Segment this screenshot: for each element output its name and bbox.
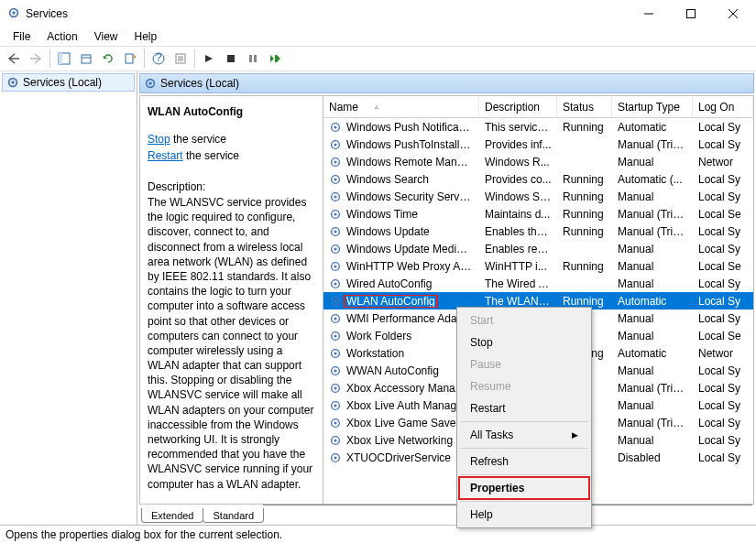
selected-service-name: WLAN AutoConfig — [148, 105, 315, 118]
cell-name: Wired AutoConfig — [323, 277, 479, 290]
ctx-stop[interactable]: Stop — [459, 331, 589, 353]
cell-startup: Manual (Trig... — [612, 225, 693, 238]
col-name[interactable]: Name▵ — [323, 96, 479, 117]
table-row[interactable]: Windows TimeMaintains d...RunningManual … — [323, 205, 753, 223]
menu-action[interactable]: Action — [39, 28, 84, 45]
cell-desc: The WLANS... — [479, 295, 557, 308]
cell-startup: Manual — [612, 330, 693, 342]
table-row[interactable]: Windows Update Medic Ser...Enables rem..… — [323, 240, 753, 257]
svg-point-24 — [148, 81, 152, 85]
table-row[interactable]: Windows Push Notification...This service… — [323, 118, 753, 136]
properties-button[interactable] — [170, 49, 191, 69]
svg-point-40 — [334, 247, 336, 250]
separator — [144, 49, 145, 68]
service-name: Windows Remote Manage... — [345, 156, 474, 168]
service-name: Workstation — [345, 347, 406, 360]
stop-link[interactable]: Stop — [148, 133, 170, 146]
svg-point-38 — [334, 230, 336, 233]
minimize-button[interactable] — [628, 0, 670, 27]
maximize-button[interactable] — [670, 0, 712, 27]
ctx-help[interactable]: Help — [459, 504, 589, 526]
show-hide-tree-button[interactable] — [54, 49, 74, 69]
gear-icon — [329, 260, 342, 273]
cell-startup: Manual — [612, 399, 693, 412]
restart-service-button[interactable] — [265, 49, 285, 69]
ctx-refresh[interactable]: Refresh — [459, 451, 589, 472]
tab-extended[interactable]: Extended — [141, 508, 203, 523]
cell-startup: Manual — [612, 260, 693, 273]
gear-icon — [329, 364, 342, 377]
cell-name: Windows Remote Manage... — [323, 156, 479, 168]
export-button[interactable] — [120, 49, 140, 69]
table-row[interactable]: Windows Remote Manage...Windows R...Manu… — [323, 153, 753, 170]
col-startup-type[interactable]: Startup Type — [612, 96, 693, 117]
cell-name: WinHTTP Web Proxy Auto-... — [323, 260, 479, 273]
cell-logon: Local Sy — [693, 277, 753, 290]
restart-link[interactable]: Restart — [148, 149, 183, 162]
forward-button[interactable] — [26, 49, 46, 69]
table-row[interactable]: Windows UpdateEnables the ...RunningManu… — [323, 223, 753, 240]
description-panel: WLAN AutoConfig Stop the service Restart… — [140, 96, 323, 504]
gear-icon — [329, 190, 342, 203]
ctx-all-tasks[interactable]: All Tasks▶ — [459, 424, 589, 446]
table-row[interactable]: Windows SearchProvides co...RunningAutom… — [323, 170, 753, 188]
col-description[interactable]: Description — [479, 96, 557, 117]
cell-name: Windows Search — [323, 173, 479, 186]
cell-desc: WinHTTP i... — [479, 260, 557, 273]
cell-logon: Local Sy — [693, 295, 753, 308]
svg-point-52 — [334, 352, 336, 354]
gear-icon — [329, 399, 342, 412]
separator — [460, 421, 588, 422]
cell-logon: Local Se — [693, 260, 753, 273]
column-headers: Name▵ Description Status Startup Type Lo… — [323, 96, 753, 118]
svg-point-48 — [334, 317, 336, 320]
col-log-on[interactable]: Log On — [693, 96, 753, 117]
menu-view[interactable]: View — [87, 28, 126, 45]
col-status[interactable]: Status — [557, 96, 612, 117]
cell-name: Windows Security Service — [323, 190, 479, 203]
cell-logon: Local Sy — [693, 364, 753, 377]
refresh-button[interactable] — [98, 49, 118, 69]
cell-desc: Windows R... — [479, 156, 557, 168]
svg-point-60 — [334, 421, 336, 424]
help-button[interactable]: ? — [148, 49, 169, 69]
cell-startup: Manual — [612, 277, 693, 290]
service-name: WLAN AutoConfig — [345, 295, 437, 308]
svg-point-32 — [334, 178, 336, 180]
back-button[interactable] — [4, 49, 24, 69]
export-list-button[interactable] — [76, 49, 96, 69]
table-row[interactable]: WinHTTP Web Proxy Auto-...WinHTTP i...Ru… — [323, 257, 753, 275]
cell-status: Running — [557, 208, 612, 221]
ctx-restart[interactable]: Restart — [459, 397, 589, 419]
cell-status: Running — [557, 295, 612, 308]
svg-point-36 — [334, 212, 336, 215]
cell-logon: Networ — [693, 347, 753, 360]
gear-icon — [329, 451, 342, 464]
tree-item-services-local[interactable]: Services (Local) — [2, 73, 135, 92]
gear-icon — [329, 138, 342, 151]
service-name: WWAN AutoConfig — [345, 364, 441, 377]
table-row[interactable]: Windows PushToInstall Serv...Provides in… — [323, 136, 753, 153]
table-row[interactable]: Wired AutoConfigThe Wired A...ManualLoca… — [323, 275, 753, 292]
ctx-start: Start — [459, 310, 589, 331]
gear-icon — [329, 434, 342, 447]
cell-logon: Local Sy — [693, 121, 753, 134]
svg-point-42 — [334, 265, 336, 267]
ctx-properties[interactable]: Properties — [459, 477, 589, 499]
gear-icon — [329, 347, 342, 360]
cell-logon: Local Sy — [693, 243, 753, 255]
menu-file[interactable]: File — [5, 28, 38, 45]
menu-help[interactable]: Help — [127, 28, 165, 45]
start-service-button[interactable] — [199, 49, 219, 69]
status-text: Opens the properties dialog box for the … — [5, 528, 282, 541]
cell-startup: Disabled — [612, 451, 693, 464]
cell-startup: Automatic — [612, 295, 693, 308]
cell-name: Windows Time — [323, 208, 479, 221]
tab-standard[interactable]: Standard — [203, 508, 264, 523]
close-button[interactable] — [712, 0, 754, 27]
pause-service-button[interactable] — [243, 49, 263, 69]
service-name: XTUOCDriverService — [345, 451, 453, 464]
gear-icon — [329, 277, 342, 290]
table-row[interactable]: Windows Security ServiceWindows Se...Run… — [323, 188, 753, 205]
stop-service-button[interactable] — [221, 49, 241, 69]
